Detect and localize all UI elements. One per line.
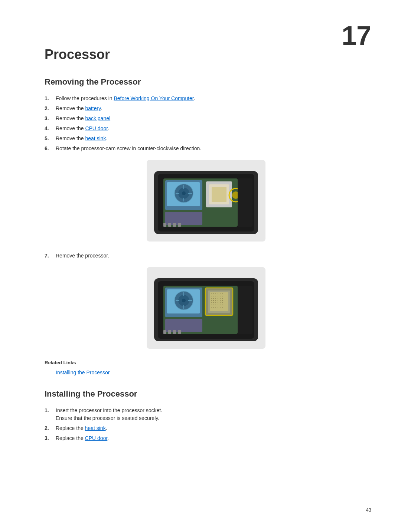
svg-rect-66	[218, 302, 218, 303]
svg-rect-44	[222, 293, 223, 294]
page-title: Processor	[45, 45, 356, 65]
svg-rect-22	[178, 223, 181, 227]
svg-rect-57	[211, 300, 212, 301]
svg-rect-19	[163, 223, 166, 227]
svg-rect-40	[213, 293, 214, 294]
svg-rect-56	[222, 298, 223, 299]
svg-rect-51	[211, 298, 212, 299]
svg-rect-15	[165, 212, 202, 225]
svg-rect-68	[222, 302, 223, 303]
step-7-text: Remove the processor.	[56, 252, 109, 260]
step-2-text: Remove the battery.	[56, 105, 102, 112]
step-5-text: Remove the heat sink.	[56, 135, 107, 142]
install-step-1-number: 1.	[45, 407, 56, 414]
svg-rect-49	[220, 296, 221, 296]
svg-rect-58	[213, 300, 214, 301]
cpu-door-link-2[interactable]: CPU door	[85, 435, 108, 441]
svg-point-31	[182, 299, 186, 302]
svg-rect-39	[211, 293, 212, 294]
page-container: 17 Processor Removing the Processor 1. F…	[0, 0, 401, 532]
svg-rect-81	[165, 319, 202, 332]
svg-rect-23	[238, 178, 252, 227]
step-3-text: Remove the back panel	[56, 115, 110, 122]
install-step-3-number: 3.	[45, 434, 56, 442]
svg-rect-72	[218, 305, 218, 305]
svg-rect-71	[215, 305, 216, 305]
step-1: 1. Follow the procedures in Before Worki…	[45, 95, 356, 102]
installing-section: Installing the Processor 1. Insert the p…	[45, 388, 356, 442]
install-step-2-text: Replace the heat sink.	[56, 424, 107, 432]
svg-rect-41	[215, 293, 216, 294]
svg-rect-86	[238, 286, 252, 334]
svg-rect-54	[218, 298, 218, 299]
install-step-2-number: 2.	[45, 424, 56, 432]
svg-rect-46	[213, 296, 214, 296]
svg-rect-79	[220, 307, 221, 308]
step-4: 4. Remove the CPU door.	[45, 125, 356, 132]
before-working-link[interactable]: Before Working On Your Computer	[114, 95, 193, 101]
step-7-list: 7. Remove the processor.	[45, 252, 356, 260]
step-6-text: Rotate the processor-cam screw in counte…	[56, 145, 201, 152]
installing-processor-link[interactable]: Installing the Processor	[56, 370, 110, 375]
step-4-number: 4.	[45, 125, 56, 132]
image-2-container	[56, 267, 356, 349]
cpu-door-link-1[interactable]: CPU door	[85, 125, 108, 131]
svg-rect-76	[213, 307, 214, 308]
install-step-1: 1. Insert the processor into the process…	[45, 407, 356, 422]
page-number: 43	[366, 507, 371, 513]
step-1-number: 1.	[45, 95, 56, 102]
back-panel-link[interactable]: back panel	[85, 115, 110, 121]
svg-rect-78	[218, 307, 218, 308]
image-1-container	[56, 160, 356, 242]
install-step-2: 2. Replace the heat sink.	[45, 424, 356, 432]
installing-section-title: Installing the Processor	[45, 388, 356, 400]
step-6: 6. Rotate the processor-cam screw in cou…	[45, 145, 356, 152]
svg-rect-45	[211, 296, 212, 296]
svg-rect-83	[168, 330, 171, 334]
svg-rect-20	[168, 223, 171, 227]
install-step-3: 3. Replace the CPU door.	[45, 434, 356, 442]
svg-rect-65	[215, 302, 216, 303]
svg-rect-70	[213, 305, 214, 305]
removing-steps-list: 1. Follow the procedures in Before Worki…	[45, 95, 356, 152]
svg-rect-53	[215, 298, 216, 299]
battery-link[interactable]: battery	[85, 105, 101, 111]
related-links-indent: Installing the Processor	[45, 369, 356, 377]
svg-rect-50	[222, 296, 223, 296]
svg-rect-73	[220, 305, 221, 305]
svg-rect-61	[220, 300, 221, 301]
related-links-title: Related Links	[45, 359, 356, 367]
laptop-image-1	[147, 160, 265, 242]
svg-rect-64	[213, 302, 214, 303]
svg-rect-62	[222, 300, 223, 301]
svg-rect-82	[163, 330, 166, 334]
step-5-number: 5.	[45, 135, 56, 142]
step-6-number: 6.	[45, 145, 56, 152]
svg-point-7	[182, 191, 186, 195]
step-7: 7. Remove the processor.	[45, 252, 356, 260]
svg-rect-42	[218, 293, 218, 294]
svg-rect-59	[215, 300, 216, 301]
svg-rect-77	[215, 307, 216, 308]
step-2: 2. Remove the battery.	[45, 105, 356, 112]
step-3: 3. Remove the back panel	[45, 115, 356, 122]
heat-sink-link-2[interactable]: heat sink	[85, 425, 106, 431]
svg-rect-21	[173, 223, 176, 227]
installing-steps-list: 1. Insert the processor into the process…	[45, 407, 356, 442]
install-step-3-text: Replace the CPU door.	[56, 434, 109, 442]
install-step-1-line2: Ensure that the processor is seated secu…	[56, 414, 162, 422]
svg-rect-63	[211, 302, 212, 303]
svg-rect-48	[218, 296, 218, 296]
svg-rect-14	[212, 187, 226, 202]
heat-sink-link-1[interactable]: heat sink	[85, 135, 106, 141]
svg-rect-55	[220, 298, 221, 299]
svg-rect-84	[173, 330, 176, 334]
svg-rect-74	[222, 305, 223, 305]
svg-rect-38	[210, 292, 228, 311]
svg-rect-47	[215, 296, 216, 296]
svg-rect-75	[211, 307, 212, 308]
svg-rect-69	[211, 305, 212, 305]
laptop-image-2	[147, 267, 265, 349]
step-1-text: Follow the procedures in Before Working …	[56, 95, 195, 102]
step-7-number: 7.	[45, 252, 56, 260]
